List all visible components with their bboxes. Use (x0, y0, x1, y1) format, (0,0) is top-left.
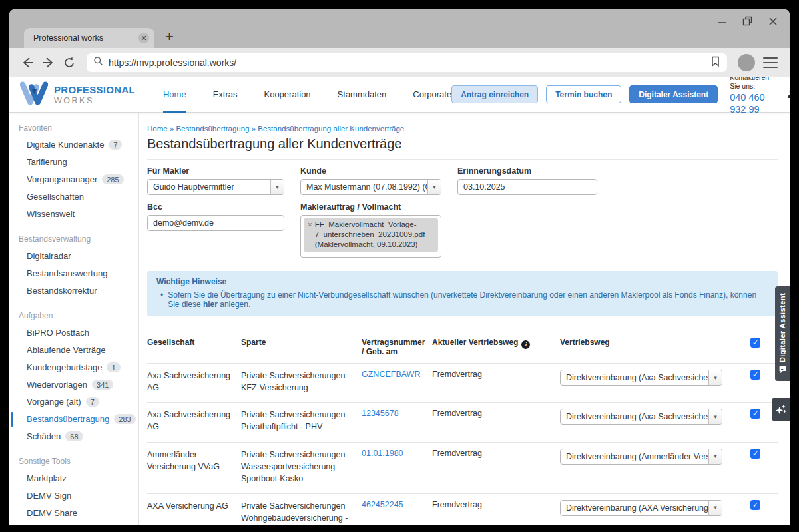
search-icon (93, 56, 103, 69)
nav-kooperation[interactable]: Kooperation (264, 77, 310, 113)
nav-stammdaten[interactable]: Stammdaten (338, 77, 387, 113)
vertriebsweg-select[interactable]: Direktvereinbarung (AXA Versicherung AG)… (560, 500, 722, 516)
digitaler-assistent-button[interactable]: Digitaler Assistent (629, 85, 718, 103)
restore-icon[interactable] (742, 16, 752, 26)
sidebar-section-bestandsverwaltung: Bestandsverwaltung Digitalradar Bestands… (9, 232, 138, 300)
breadcrumb-home[interactable]: Home (147, 125, 168, 133)
sidebar-section-title: Aufgaben (9, 308, 138, 323)
erinnerungsdatum-input[interactable] (457, 179, 597, 195)
vertriebsweg-select[interactable]: Direktvereinbarung (Ammerländer Versiche… (560, 449, 722, 465)
count-badge: 341 (92, 380, 113, 390)
sidebar-item-digitalradar[interactable]: Digitalradar (9, 248, 138, 265)
row-checkbox[interactable]: ✓ (750, 370, 760, 380)
transfer-form: Für Makler Guido Hauptvermittler ▼ Kunde… (147, 166, 778, 258)
tab-close-icon[interactable]: ✕ (138, 33, 149, 43)
tab-strip: Professional works ✕ + (24, 28, 174, 48)
sidebar-item-demv-sign[interactable]: DEMV Sign (9, 487, 138, 505)
tab-title: Professional works (33, 33, 138, 43)
col-sparte: Sparte (241, 338, 358, 347)
termin-buchen-button[interactable]: Termin buchen (546, 85, 621, 103)
sidebar-item-bestandsauswertung[interactable]: Bestandsauswertung (9, 265, 138, 282)
vollmacht-field: Maklerauftrag / Vollmacht × FF_Maklervol… (300, 202, 441, 258)
brand-line1: PROFESSIONAL (54, 84, 135, 95)
sparkle-icon (775, 404, 786, 415)
info-icon[interactable]: i (521, 340, 530, 349)
contact-phone[interactable]: 040 460 932 99 (730, 91, 769, 115)
select-all-checkbox[interactable]: ✓ (750, 338, 760, 348)
sidebar-item-demv-save[interactable]: DEMV Save (9, 522, 138, 525)
sidebar-item-bestandsuebertragung[interactable]: Bestandsübertragung283 (9, 411, 138, 428)
remove-chip-icon[interactable]: × (308, 220, 312, 250)
close-icon[interactable] (768, 17, 778, 26)
nav-home[interactable]: Home (163, 77, 186, 113)
vollmacht-chip: × FF_Maklervollmacht_Vorlage-7_unterschr… (304, 218, 438, 252)
breadcrumb-level2[interactable]: Bestandsübertragung aller Kundenverträge (258, 125, 404, 133)
row-checkbox[interactable]: ✓ (750, 500, 760, 510)
sidebar-item-kundengeburtstage[interactable]: Kundengeburtstage1 (9, 359, 138, 376)
bookmark-icon[interactable] (710, 56, 720, 69)
bcc-input[interactable] (147, 215, 284, 231)
makler-select[interactable]: Guido Hauptvermittler ▼ (147, 179, 284, 195)
hier-link[interactable]: hier (203, 300, 218, 309)
sidebar-item-bipro-postfach[interactable]: BiPRO Postfach (9, 324, 138, 342)
contact-label: Kontaktieren Sie uns: (730, 77, 769, 91)
page-title: Bestandsübertragung aller Kundenverträge (147, 136, 778, 152)
bcc-field: Bcc (147, 202, 284, 258)
forward-button[interactable] (41, 55, 56, 70)
url-text[interactable]: https://mvp.professional.works/ (109, 57, 705, 68)
sidebar-section-title: Sonstige Tools (9, 454, 138, 469)
minimize-icon[interactable] (717, 17, 726, 26)
brand-logo[interactable]: PROFESSIONAL WORKS (20, 81, 135, 108)
logo-icon (20, 81, 48, 108)
col-gesellschaft: Gesellschaft (147, 338, 237, 347)
sidebar-item-vorgangsmanager[interactable]: Vorgangsmanager285 (9, 171, 138, 188)
browser-tab[interactable]: Professional works ✕ (24, 28, 154, 48)
kunde-select[interactable]: Max Mustermann (07.08.1992) (Guido H... … (300, 179, 441, 195)
notice-box: Wichtige Hinweise • Sofern Sie die Übert… (147, 271, 778, 316)
url-bar[interactable]: https://mvp.professional.works/ (87, 53, 727, 72)
app-body: Favoriten Digitale Kundenakte7 Tarifieru… (9, 113, 790, 525)
row-checkbox[interactable]: ✓ (750, 409, 760, 419)
reload-button[interactable] (63, 56, 76, 69)
count-badge: 1 (107, 362, 120, 372)
vertragsnummer-link[interactable]: 12345678 (362, 409, 428, 418)
antrag-einreichen-button[interactable]: Antrag einreichen (451, 85, 538, 103)
makler-field: Für Makler Guido Hauptvermittler ▼ (147, 166, 284, 195)
sidebar-item-vorgaenge-alt[interactable]: Vorgänge (alt)7 (9, 394, 138, 411)
sidebar-item-wissenswelt[interactable]: Wissenswelt (9, 206, 138, 223)
nav-corporate[interactable]: Corporate (413, 77, 451, 113)
breadcrumb-level1[interactable]: Bestandsübertragung (176, 125, 250, 133)
sparkle-button[interactable] (772, 398, 790, 421)
header-actions: Antrag einreichen Termin buchen Digitale… (451, 77, 790, 115)
row-checkbox[interactable]: ✓ (750, 449, 760, 459)
sidebar-item-bestandskorrektur[interactable]: Bestandskorrektur (9, 282, 138, 300)
sidebar-item-wiedervorlagen[interactable]: Wiedervorlagen341 (9, 376, 138, 394)
col-vertragsnummer: Vertragsnummer / Geb. am (362, 338, 428, 356)
browser-profile-avatar[interactable] (738, 54, 755, 71)
vertragsnummer-link[interactable]: 462452245 (362, 500, 428, 509)
vollmacht-multiselect[interactable]: × FF_Maklervollmacht_Vorlage-7_unterschr… (300, 215, 441, 258)
vertriebsweg-select[interactable]: Direktvereinbarung (Axa Sachversicherung… (560, 370, 722, 386)
sidebar: Favoriten Digitale Kundenakte7 Tarifieru… (9, 113, 139, 525)
sidebar-item-schaeden[interactable]: Schäden68 (9, 428, 138, 445)
table-row: Axa Sachversicherung AG Private Sachvers… (147, 363, 778, 402)
vertragsnummer-link[interactable]: GZNCEFBAWR (362, 370, 428, 379)
sidebar-item-ablaufende-vertraege[interactable]: Ablaufende Verträge (9, 342, 138, 359)
browser-titlebar: Professional works ✕ + (9, 9, 790, 48)
digitaler-assistent-side-tab[interactable]: Digitaler Assistent (775, 286, 790, 381)
menu-icon[interactable] (762, 56, 779, 69)
sidebar-section-aufgaben: Aufgaben BiPRO Postfach Ablaufende Vertr… (9, 308, 138, 445)
user-menu[interactable]: demo ▼ (786, 89, 790, 101)
nav-extras[interactable]: Extras (213, 77, 238, 113)
new-tab-button[interactable]: + (165, 28, 174, 48)
geburtsdatum-link[interactable]: 01.01.1980 (362, 449, 428, 458)
sidebar-item-gesellschaften[interactable]: Gesellschaften (9, 188, 138, 206)
vertriebsweg-select[interactable]: Direktvereinbarung (Axa Sachversicherung… (560, 409, 722, 425)
sidebar-item-digitale-kundenakte[interactable]: Digitale Kundenakte7 (9, 136, 138, 154)
sidebar-item-tarifierung[interactable]: Tarifierung (9, 154, 138, 171)
sidebar-item-marktplatz[interactable]: Marktplatz (9, 470, 138, 487)
back-button[interactable] (20, 55, 35, 70)
main-nav: Home Extras Kooperation Stammdaten Corpo… (163, 77, 451, 113)
sidebar-item-demv-share[interactable]: DEMV Share (9, 505, 138, 522)
chevron-down-icon: ▼ (708, 370, 722, 385)
